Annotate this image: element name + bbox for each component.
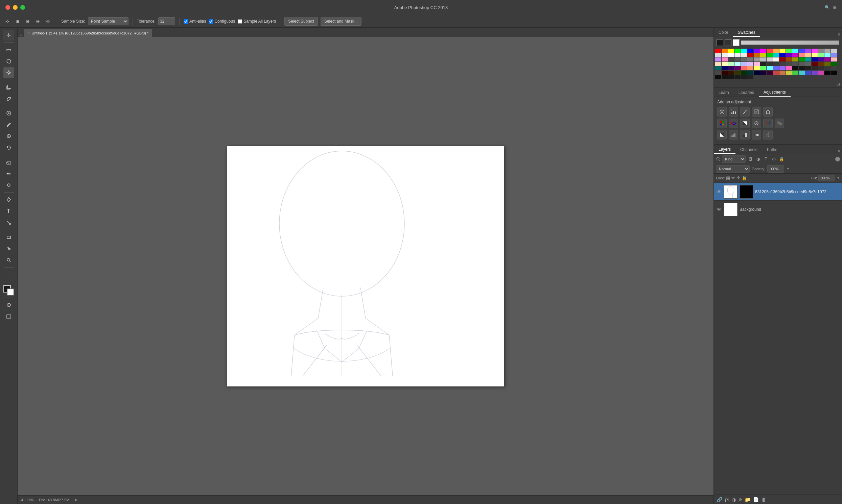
swatch-cell[interactable]	[811, 53, 818, 57]
swatch-cell[interactable]	[824, 66, 830, 70]
swatch-cell[interactable]	[722, 62, 728, 66]
tool-lasso[interactable]	[3, 56, 14, 67]
swatch-cell[interactable]	[792, 53, 798, 57]
tool-select-rect[interactable]: ▭	[3, 44, 14, 55]
swatch-cell[interactable]	[735, 71, 741, 75]
swatch-cell[interactable]	[735, 62, 741, 66]
swatch-cell[interactable]	[735, 66, 741, 70]
swatch-cell[interactable]	[824, 53, 830, 57]
swatch-cell[interactable]	[728, 49, 734, 53]
swatch-cell[interactable]	[811, 71, 818, 75]
layout-icon[interactable]: ⊟	[833, 5, 837, 10]
swatch-cell[interactable]	[805, 49, 811, 53]
opacity-arrow[interactable]: ▼	[786, 167, 790, 170]
swatch-cell[interactable]	[773, 66, 779, 70]
swatch-cell[interactable]	[811, 66, 818, 70]
swatch-cell[interactable]	[760, 53, 766, 57]
swatch-cell[interactable]	[799, 49, 805, 53]
adj-color-lookup[interactable]	[775, 119, 784, 128]
tool-mode-add[interactable]: ⊕	[23, 17, 32, 26]
swatch-cell[interactable]	[741, 62, 747, 66]
swatch-cell[interactable]	[779, 66, 786, 70]
swatch-cell[interactable]	[735, 75, 741, 79]
swatch-cell[interactable]	[831, 62, 837, 66]
close-button[interactable]	[5, 5, 10, 10]
swatch-cell[interactable]	[786, 62, 792, 66]
swatch-cell[interactable]	[728, 62, 734, 66]
tool-shape[interactable]	[3, 232, 14, 242]
swatch-cell[interactable]	[805, 53, 811, 57]
link-layers-icon[interactable]: 🔗	[717, 497, 722, 502]
sample-all-layers-checkbox[interactable]	[238, 19, 242, 24]
layer-item-1[interactable]: 👁 831205c1369b2b5b9cceed9e8e7c1072	[714, 183, 842, 201]
swatch-cell[interactable]	[805, 71, 811, 75]
swatch-cell[interactable]	[792, 71, 798, 75]
tool-screen-mode[interactable]	[3, 311, 14, 322]
swatch-cell[interactable]	[818, 66, 824, 70]
swatch-cell[interactable]	[754, 53, 760, 57]
swatch-cell[interactable]	[831, 53, 837, 57]
swatch-cell[interactable]	[818, 71, 824, 75]
swatch-cell[interactable]	[741, 75, 747, 79]
swatch-cell[interactable]	[741, 53, 747, 57]
anti-alias-checkbox[interactable]	[184, 19, 188, 24]
swatch-cell[interactable]	[799, 57, 805, 61]
swatch-cell[interactable]	[735, 49, 741, 53]
tool-gradient[interactable]	[3, 168, 14, 179]
tab-color[interactable]: Color	[714, 29, 733, 37]
tab-layers[interactable]: Layers	[714, 146, 736, 154]
swatch-cell[interactable]	[722, 57, 728, 61]
swatch-cell[interactable]	[818, 62, 824, 66]
swatch-cell[interactable]	[715, 57, 721, 61]
swatch-cell[interactable]	[824, 57, 830, 61]
swatch-cell[interactable]	[747, 53, 753, 57]
tool-mode-rect[interactable]: ■	[13, 17, 22, 26]
swatch-cell[interactable]	[754, 71, 760, 75]
tool-eraser[interactable]	[3, 157, 14, 167]
adj-threshold[interactable]	[740, 130, 750, 140]
tool-move[interactable]: ✛	[3, 30, 14, 40]
fill-input[interactable]	[818, 175, 835, 181]
adj-exposure[interactable]	[752, 107, 761, 116]
tab-paths[interactable]: Paths	[762, 146, 782, 154]
minimize-button[interactable]	[13, 5, 18, 10]
swatch-cell[interactable]	[722, 53, 728, 57]
adj-black-white[interactable]	[740, 119, 750, 128]
filter-pixel[interactable]: 🖼	[747, 156, 754, 162]
swatch-cell[interactable]	[773, 57, 779, 61]
document-tab[interactable]: × Untitled-1 @ 41.1% (831205c1369b2b5b9c…	[24, 29, 153, 37]
filter-toggle[interactable]	[835, 157, 840, 161]
swatch-cell[interactable]	[773, 71, 779, 75]
tool-clone[interactable]	[3, 131, 14, 142]
swatch-cell[interactable]	[811, 62, 818, 66]
adj-vibrance[interactable]	[763, 107, 773, 116]
tool-hand[interactable]	[3, 243, 14, 254]
swatch-cell[interactable]	[779, 62, 786, 66]
swatch-cell[interactable]	[754, 66, 760, 70]
swatch-cell[interactable]	[786, 49, 792, 53]
color-panel-menu[interactable]: ≡	[838, 32, 840, 37]
anti-alias-checkbox-label[interactable]: Anti-alias	[184, 19, 206, 24]
adj-posterize[interactable]	[729, 130, 738, 140]
tolerance-input[interactable]	[158, 17, 175, 25]
lock-transparency[interactable]: ▦	[726, 175, 730, 180]
filter-smart[interactable]: 🔒	[778, 156, 785, 162]
swatch-cell[interactable]	[747, 75, 753, 79]
swatch-cell[interactable]	[799, 71, 805, 75]
folder-icon[interactable]: 📁	[745, 497, 750, 502]
swatch-cell[interactable]	[715, 62, 721, 66]
lock-all[interactable]: 🔒	[742, 175, 747, 180]
swatch-dark[interactable]	[725, 39, 732, 46]
tool-options-icon[interactable]: ⊹	[3, 17, 12, 26]
tool-zoom[interactable]	[3, 255, 14, 266]
tool-path-select[interactable]	[3, 217, 14, 228]
swatch-cell[interactable]	[722, 75, 728, 79]
blend-mode-select[interactable]: Normal	[716, 165, 750, 173]
search-icon[interactable]: 🔍	[825, 5, 830, 10]
swatch-cell[interactable]	[818, 53, 824, 57]
swatch-cell[interactable]	[818, 57, 824, 61]
adjustment-icon[interactable]: ⊕	[739, 497, 742, 502]
tab-channels[interactable]: Channels	[736, 146, 762, 154]
swatch-cell[interactable]	[779, 49, 786, 53]
swatch-cell[interactable]	[754, 49, 760, 53]
